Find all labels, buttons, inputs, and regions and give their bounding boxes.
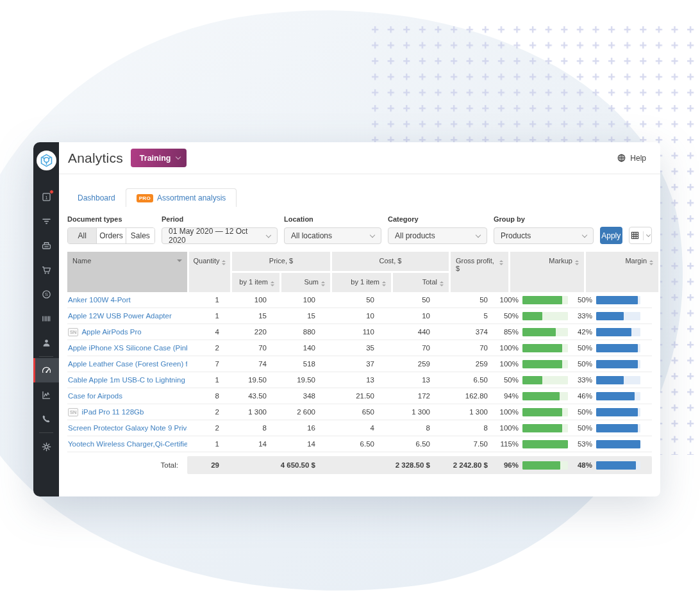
cell-price-by-item: 14 <box>228 440 276 448</box>
doc-type-option-all[interactable]: All <box>68 228 97 243</box>
column-view-button[interactable] <box>629 227 653 244</box>
column-header-cost[interactable]: Cost, $ <box>332 252 449 271</box>
tab-assortment-analysis[interactable]: PRO Assortment analysis <box>126 188 237 207</box>
product-link[interactable]: Apple Leather Case (Forest Green) for... <box>67 360 187 368</box>
cell-cost-by-item: 6.50 <box>324 440 383 448</box>
cell-cost-total: 172 <box>383 392 439 400</box>
sidebar-item-money[interactable]: S <box>33 282 59 306</box>
cell-cost-by-item: 10 <box>324 312 383 320</box>
column-header-cost-total[interactable]: Total <box>393 273 449 292</box>
table-header: Name Quantity Price, $ Cost, $ Gross p <box>67 252 652 292</box>
sidebar-item-products[interactable] <box>33 306 59 331</box>
product-link[interactable]: Anker 100W 4-Port <box>67 296 187 304</box>
column-header-margin[interactable]: Margin <box>586 252 658 292</box>
app-logo[interactable] <box>37 151 56 170</box>
category-select[interactable]: All products <box>388 227 487 244</box>
sort-icon <box>177 259 182 265</box>
analytics-gauge-icon <box>40 365 53 377</box>
sort-icon[interactable] <box>440 279 444 292</box>
money-icon: S <box>40 288 53 300</box>
cell-margin: 50% <box>571 344 643 352</box>
table-row: Case for Airpods 8 43.50 348 21.50 172 1… <box>67 388 652 404</box>
sort-icon[interactable] <box>499 258 503 292</box>
cell-margin: 42% <box>571 328 643 336</box>
sidebar-item-sales[interactable] <box>33 258 59 282</box>
sort-icon[interactable] <box>222 258 226 292</box>
globe-icon <box>617 153 626 163</box>
markup-bar-track <box>522 440 568 448</box>
tab-dashboard[interactable]: Dashboard <box>67 189 126 207</box>
column-header-price-sum[interactable]: Sum <box>281 273 330 292</box>
help-button[interactable]: Help <box>617 153 646 163</box>
column-header-name[interactable]: Name <box>67 252 187 292</box>
margin-bar-track <box>596 328 640 336</box>
markup-bar <box>522 360 562 368</box>
product-link[interactable]: Screen Protector Galaxy Note 9 Privac... <box>67 424 187 432</box>
column-header-price[interactable]: Price, $ <box>232 252 330 271</box>
sidebar-item-statistics[interactable] <box>33 382 59 407</box>
group-by-select[interactable]: Products <box>494 227 594 244</box>
doc-type-option-sales[interactable]: Sales <box>126 228 154 243</box>
filter-group-by: Group by Products <box>494 215 594 244</box>
margin-bar-track <box>596 344 640 352</box>
cell-price-by-item: 43.50 <box>228 392 276 400</box>
location-select[interactable]: All locations <box>284 227 381 244</box>
sidebar-item-settings[interactable] <box>33 434 59 459</box>
product-link[interactable]: SNiPad Pro 11 128Gb <box>67 408 187 416</box>
cell-gross-profit: 162.80 <box>439 392 497 400</box>
apply-button[interactable]: Apply <box>600 227 622 244</box>
column-header-cost-by-item[interactable]: by 1 item <box>332 273 391 292</box>
table-row: Yootech Wireless Charger,Qi-Certified...… <box>67 436 652 452</box>
sort-icon[interactable] <box>649 258 653 292</box>
header-label: Sum <box>304 278 319 292</box>
sn-badge: SN <box>68 328 78 336</box>
sidebar-item-filters[interactable] <box>33 209 59 233</box>
cell-price-sum: 19.50 <box>276 376 324 384</box>
markup-bar-track <box>522 424 568 432</box>
column-header-price-by-item[interactable]: by 1 item <box>232 273 279 292</box>
product-link[interactable]: SNApple AirPods Pro <box>67 328 187 336</box>
markup-value: 100% <box>497 344 522 352</box>
header-label: Total <box>422 278 437 292</box>
cell-cost-by-item: 13 <box>324 376 383 384</box>
account-selector-button[interactable]: Training <box>131 149 187 167</box>
product-link[interactable]: Case for Airpods <box>67 392 187 400</box>
sort-icon[interactable] <box>382 279 386 292</box>
cell-quantity: 8 <box>187 392 228 400</box>
markup-bar-track <box>522 328 568 336</box>
product-link[interactable]: Cable Apple 1m USB-C to Lightning (W... <box>67 376 187 384</box>
margin-value: 50% <box>571 360 596 368</box>
margin-bar-track <box>596 440 640 448</box>
sort-icon[interactable] <box>575 258 579 292</box>
cell-markup: 100% <box>497 360 571 368</box>
sidebar-divider <box>39 356 53 357</box>
cell-quantity: 1 <box>187 440 228 448</box>
sort-icon[interactable] <box>321 279 325 292</box>
markup-bar <box>522 328 556 336</box>
product-link[interactable]: Apple iPhone XS Silicone Case (Pink S... <box>67 344 187 352</box>
cell-gross-profit: 1 300 <box>439 408 497 416</box>
column-header-gross-profit[interactable]: Gross profit, $ <box>451 252 508 292</box>
sidebar-item-register[interactable] <box>33 233 59 258</box>
margin-bar <box>596 424 638 432</box>
sn-badge: SN <box>68 408 78 416</box>
sort-icon[interactable] <box>271 279 274 292</box>
sidebar-item-customers[interactable] <box>33 331 59 355</box>
margin-bar <box>596 408 638 416</box>
cell-markup: 115% <box>497 440 571 448</box>
markup-bar-track <box>522 312 568 320</box>
cell-gross-profit: 8 <box>439 424 497 432</box>
period-select[interactable]: 01 May 2020 — 12 Oct 2020 <box>162 227 278 244</box>
product-link[interactable]: Apple 12W USB Power Adapter <box>67 312 187 320</box>
sidebar-item-analytics[interactable] <box>33 358 59 382</box>
sidebar-item-shift[interactable]: 1 <box>33 184 59 209</box>
table-total-row: Total: 29 4 650.50 $ 2 328.50 $ 2 242.80… <box>67 456 652 474</box>
column-header-quantity[interactable]: Quantity <box>189 252 230 292</box>
header-label: Markup <box>549 257 572 292</box>
header-label: by 1 item <box>351 278 379 292</box>
column-header-markup[interactable]: Markup <box>510 252 584 292</box>
sidebar-item-support[interactable] <box>33 407 59 431</box>
app-window: 1 <box>33 142 660 496</box>
doc-type-option-orders[interactable]: Orders <box>97 228 126 243</box>
product-link[interactable]: Yootech Wireless Charger,Qi-Certified... <box>67 440 187 448</box>
